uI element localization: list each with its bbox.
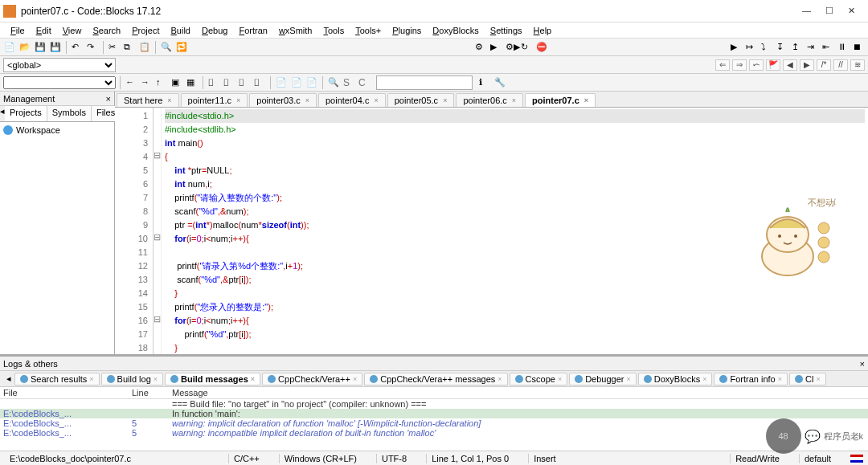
zoom-icon[interactable]: 🔍 [327, 76, 340, 89]
logs-close-icon[interactable]: × [860, 359, 865, 369]
menu-wxsmith[interactable]: wxSmith [273, 26, 318, 35]
diff-icon[interactable]: ≋ [850, 59, 865, 71]
selection-a-icon[interactable]: ⌷ [207, 76, 220, 89]
redo-icon[interactable]: ↷ [86, 41, 99, 54]
status-profile[interactable]: default [799, 454, 836, 463]
tab-projects[interactable]: Projects [5, 106, 47, 121]
new-file-icon[interactable]: 📄 [3, 41, 16, 54]
step-into-icon[interactable]: ↧ [776, 41, 788, 54]
menu-doxyblocks[interactable]: DoxyBlocks [427, 26, 484, 35]
settings-c-icon[interactable]: C [358, 76, 371, 89]
tab-close-icon[interactable]: × [236, 96, 240, 104]
copy-icon[interactable]: ⧉ [123, 41, 136, 54]
undo-icon[interactable]: ↶ [71, 41, 84, 54]
jump-fwd-icon[interactable]: ⇒ [732, 59, 747, 71]
menu-edit[interactable]: Edit [31, 26, 57, 35]
maximize-button[interactable]: ☐ [825, 6, 833, 16]
highlight-icon[interactable]: ▦ [186, 76, 199, 89]
run-to-cursor-icon[interactable]: ↦ [745, 41, 758, 54]
jump-back-icon[interactable]: ⇐ [715, 59, 730, 71]
jump-last-icon[interactable]: ⤺ [749, 59, 764, 71]
log-row[interactable]: E:\codeBlocks_...5warning: implicit decl… [0, 418, 868, 428]
file-tab-Starthere[interactable]: Start here× [117, 93, 179, 107]
doc-b-icon[interactable]: 📄 [290, 76, 303, 89]
status-ins[interactable]: Insert [528, 454, 561, 463]
target-select[interactable] [3, 76, 116, 89]
highlight-combo[interactable] [376, 75, 473, 90]
tab-close-icon[interactable]: × [167, 96, 171, 104]
log-tab-cppcheckveramessages[interactable]: CppCheck/Vera++ messages× [364, 373, 507, 385]
log-row[interactable]: === Build file: "no target" in "no proje… [0, 399, 868, 409]
run-icon[interactable]: ▶ [489, 41, 502, 54]
tab-close-icon[interactable]: × [512, 96, 516, 104]
management-close-icon[interactable]: × [106, 94, 111, 104]
log-tab-fortraninfo[interactable]: Fortran info× [714, 373, 788, 385]
menu-help[interactable]: Help [528, 26, 558, 35]
doc-a-icon[interactable]: 📄 [275, 76, 288, 89]
file-tab-pointer07c[interactable]: pointer07.c× [525, 93, 596, 107]
replace-icon[interactable]: 🔁 [175, 41, 188, 54]
settings-s-icon[interactable]: S [342, 76, 355, 89]
line-comment-icon[interactable]: // [833, 59, 848, 71]
file-tab-pointer06c[interactable]: pointer06.c× [456, 93, 523, 107]
log-tab-buildlog[interactable]: Build log× [101, 373, 163, 385]
tab-close-icon[interactable]: × [305, 96, 309, 104]
menu-plugins[interactable]: Plugins [387, 26, 427, 35]
bookmark-prev-icon[interactable]: ◀ [783, 59, 797, 71]
abort-icon[interactable]: ⛔ [535, 41, 548, 54]
stop-icon[interactable]: ⏹ [852, 41, 865, 54]
cut-icon[interactable]: ✂ [108, 41, 121, 54]
paste-icon[interactable]: 📋 [138, 41, 151, 54]
doc-c-icon[interactable]: 📄 [305, 76, 318, 89]
code-editor[interactable]: 123456789101112131415161718192021 ⊟ ⊟ ⊟ … [115, 108, 868, 354]
bookmark-toggle-icon[interactable]: 🚩 [766, 59, 780, 71]
log-row[interactable]: E:\codeBlocks_...In function 'main': [0, 409, 868, 418]
arrow-right-icon[interactable]: → [140, 76, 153, 89]
find-icon[interactable]: 🔍 [160, 41, 173, 54]
close-button[interactable]: ✕ [848, 6, 855, 16]
break-icon[interactable]: ⏸ [837, 41, 850, 54]
arrow-left-icon[interactable]: ← [125, 76, 137, 89]
tab-symbols[interactable]: Symbols [47, 106, 92, 121]
tab-close-icon[interactable]: × [584, 96, 588, 104]
log-tab-cl[interactable]: Cl× [789, 373, 826, 385]
menu-fortran[interactable]: Fortran [233, 26, 272, 35]
file-tab-pointer04c[interactable]: pointer04.c× [318, 93, 386, 107]
log-tab-doxyblocks[interactable]: DoxyBlocks× [638, 373, 713, 385]
bookmark-next-icon[interactable]: ▶ [800, 59, 814, 71]
minimize-button[interactable]: — [802, 6, 811, 16]
logs-tab-scroll-left-icon[interactable]: ◂ [3, 373, 14, 384]
build-run-icon[interactable]: ⚙▶ [505, 41, 518, 54]
build-icon[interactable]: ⚙ [474, 41, 487, 54]
status-enc[interactable]: UTF-8 [376, 454, 411, 463]
selection-b-icon[interactable]: ⌷ [223, 76, 235, 89]
scope-select[interactable]: <global> [3, 58, 116, 72]
selection-d-icon[interactable]: ⌷ [253, 76, 266, 89]
menu-search[interactable]: Search [87, 26, 126, 35]
tool-x-icon[interactable]: 🔧 [493, 76, 506, 89]
tab-close-icon[interactable]: × [443, 96, 447, 104]
select-block-icon[interactable]: ▣ [170, 76, 183, 89]
log-tab-cscope[interactable]: Cscope× [510, 373, 568, 385]
tab-close-icon[interactable]: × [374, 96, 378, 104]
arrow-up-icon[interactable]: ↑ [155, 76, 168, 89]
open-icon[interactable]: 📂 [18, 41, 31, 54]
menu-file[interactable]: File [5, 26, 31, 35]
menu-debug[interactable]: Debug [196, 26, 233, 35]
file-tab-pointer11c[interactable]: pointer11.c× [181, 93, 248, 107]
log-tab-searchresults[interactable]: Search results× [14, 373, 100, 385]
menu-build[interactable]: Build [166, 26, 196, 35]
block-comment-icon[interactable]: /* [817, 59, 831, 71]
log-row[interactable]: E:\codeBlocks_...5warning: incompatible … [0, 428, 868, 438]
step-instr-icon[interactable]: ⇤ [821, 41, 834, 54]
menu-tools[interactable]: Tools [317, 26, 350, 35]
rebuild-icon[interactable]: ↻ [520, 41, 533, 54]
file-tab-pointer05c[interactable]: pointer05.c× [387, 93, 455, 107]
save-icon[interactable]: 💾 [34, 41, 47, 54]
logs-body[interactable]: File Line Message === Build file: "no ta… [0, 387, 868, 451]
log-tab-buildmessages[interactable]: Build messages× [165, 373, 260, 385]
next-instr-icon[interactable]: ⇥ [806, 41, 819, 54]
menu-view[interactable]: View [57, 26, 88, 35]
debug-run-icon[interactable]: ▶ [730, 41, 743, 54]
log-tab-cppcheckvera[interactable]: CppCheck/Vera++× [262, 373, 362, 385]
